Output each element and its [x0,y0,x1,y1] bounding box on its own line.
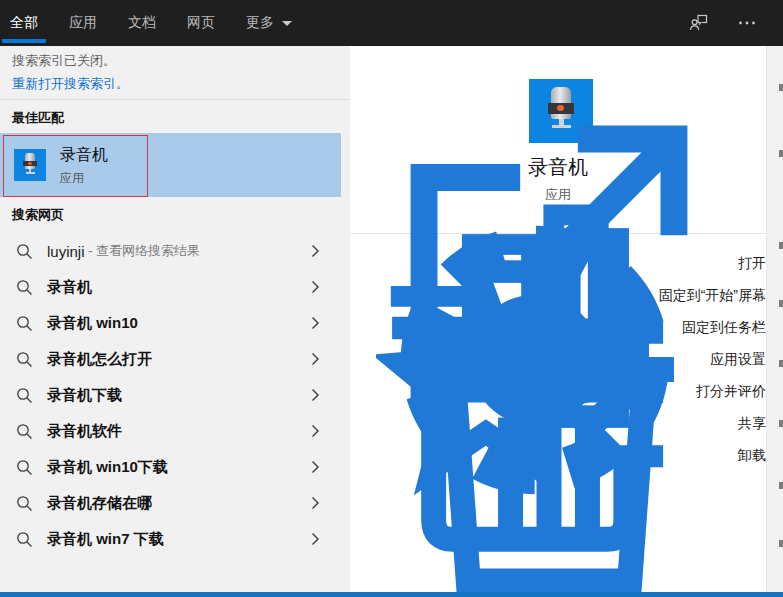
desktop-edge-artifact [779,360,783,367]
search-icon [16,423,33,440]
suggestion-query: 录音机 win10下载 [47,458,168,477]
search-icon [16,351,33,368]
trash-icon [376,283,722,597]
tab-apps[interactable]: 应用 [61,0,105,46]
web-suggestion-list: luyinji - 查看网络搜索结果 录音机 录音机 win10 录音机怎么打开 [0,233,350,557]
chevron-right-icon[interactable] [311,496,320,510]
chevron-right-icon[interactable] [311,280,320,294]
search-suggestion-row[interactable]: 录音机 win7 下载 [0,521,350,557]
tab-documents[interactable]: 文档 [120,0,164,46]
desktop-edge-artifact [779,420,783,427]
app-action-list: 打开 固定到“开始”屏幕 固定到任务栏 应用设置 [350,248,766,472]
tab-all[interactable]: 全部 [2,0,46,46]
search-suggestion-row[interactable]: 录音机软件 [0,413,350,449]
search-suggestion-row[interactable]: 录音机下载 [0,377,350,413]
desktop-edge-artifact [779,84,783,91]
chevron-right-icon[interactable] [311,388,320,402]
best-match-title: 录音机 [60,145,108,166]
desktop-edge-artifact [779,150,783,157]
web-search-section-label: 搜索网页 [12,206,64,224]
chevron-down-icon [282,21,292,31]
best-match-result[interactable]: 录音机 应用 [0,133,341,197]
reenable-index-link[interactable]: 重新打开搜索索引。 [12,75,129,93]
chevron-right-icon[interactable] [311,532,320,546]
desktop-edge-artifact [779,300,783,307]
feedback-icon[interactable] [689,13,709,33]
search-icon [16,459,33,476]
suggestion-query: luyinji [47,243,85,260]
search-icon [16,243,33,260]
search-suggestion-row[interactable]: luyinji - 查看网络搜索结果 [0,233,350,269]
search-icon [16,279,33,296]
suggestion-query: 录音机怎么打开 [47,350,152,369]
action-label: 打开 [738,255,766,273]
chevron-right-icon[interactable] [311,352,320,366]
action-uninstall[interactable]: 卸载 [350,440,766,472]
more-options-icon[interactable] [737,13,757,33]
windows-search-panel: 全部 应用 文档 网页 更多 [0,0,783,597]
search-icon [16,531,33,548]
search-icon [16,495,33,512]
search-suggestion-row[interactable]: 录音机 win10 [0,305,350,341]
search-icon [16,315,33,332]
suggestion-query: 录音机下载 [47,386,122,405]
search-suggestion-row[interactable]: 录音机 [0,269,350,305]
best-match-section-label: 最佳匹配 [12,109,64,127]
voice-recorder-app-icon [14,149,46,181]
suggestion-query: 录音机 win10 [47,314,138,333]
search-suggestion-row[interactable]: 录音机 win10下载 [0,449,350,485]
search-filter-tabs: 全部 应用 文档 网页 更多 [0,0,315,46]
best-match-subtitle: 应用 [60,170,84,187]
search-suggestion-row[interactable]: 录音机存储在哪 [0,485,350,521]
desktop-edge-strip [766,46,783,592]
tab-web[interactable]: 网页 [179,0,223,46]
suggestion-query: 录音机软件 [47,422,122,441]
suggestion-query: 录音机 win7 下载 [47,530,164,549]
action-label: 卸载 [738,447,766,465]
chevron-right-icon[interactable] [311,460,320,474]
header-icons [689,0,783,46]
index-status-text: 搜索索引已关闭。 [12,52,116,70]
chevron-right-icon[interactable] [311,316,320,330]
tab-more-label: 更多 [246,14,274,32]
taskbar-top-edge [0,592,783,597]
search-suggestion-row[interactable]: 录音机怎么打开 [0,341,350,377]
search-results-panel: 搜索索引已关闭。 重新打开搜索索引。 最佳匹配 录音机 应用 搜索网页 luyi… [0,46,350,592]
desktop-edge-artifact [779,242,783,249]
suggestion-query: 录音机 [47,278,92,297]
suggestion-suffix: - 查看网络搜索结果 [85,242,201,260]
search-icon [16,387,33,404]
divider [0,99,350,100]
tab-more[interactable]: 更多 [238,0,300,46]
search-header: 全部 应用 文档 网页 更多 [0,0,783,46]
chevron-right-icon[interactable] [311,424,320,438]
action-label: 共享 [738,415,766,433]
desktop-edge-artifact [779,540,783,547]
chevron-right-icon[interactable] [311,244,320,258]
desktop-edge-artifact [779,482,783,489]
result-detail-panel: 录音机 应用 打开 固定到“开始”屏幕 固定到任务栏 [350,46,766,592]
suggestion-query: 录音机存储在哪 [47,494,152,513]
